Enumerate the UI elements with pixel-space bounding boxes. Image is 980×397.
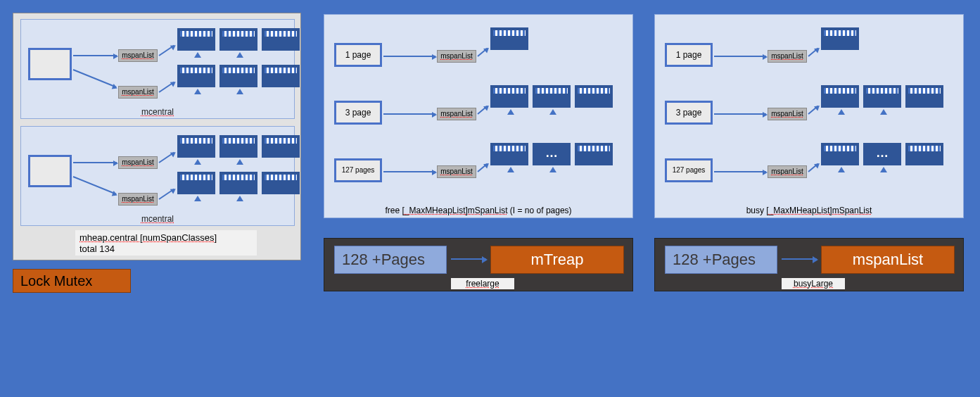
arrow-icon	[158, 152, 174, 163]
span-row	[177, 28, 300, 51]
mspan-block	[262, 65, 300, 87]
central-caption-line1: mheap.central [numSpanClasses]	[79, 232, 253, 244]
span-row	[177, 172, 300, 194]
mcentral-square	[28, 48, 72, 80]
ellipsis-block: …	[863, 143, 901, 165]
mspanlist-chip: mspanList	[437, 108, 476, 120]
freelarge-panel: 128 +Pages mTreap freelarge	[324, 238, 633, 291]
mspan-block	[490, 85, 528, 108]
mspan-block	[219, 172, 257, 194]
triangle-icon	[236, 52, 243, 58]
page-row-127: 127 pages mspanList …	[665, 143, 953, 192]
mspanlist-box: mspanList	[821, 246, 955, 274]
span-row	[177, 65, 300, 87]
arrow-icon	[477, 163, 488, 172]
arrow-icon	[73, 162, 117, 163]
page-count-box: 1 page	[334, 43, 382, 67]
mspanlist-chip: mspanList	[768, 108, 807, 120]
busy-spanlist-panel: 1 page mspanList 3 page mspanList 127 pa…	[654, 14, 964, 218]
free-spanlist-panel: 1 page mspanList 3 page mspanList 127 pa…	[324, 14, 633, 218]
arrow-icon	[73, 176, 117, 195]
mspan-block	[821, 85, 859, 108]
footer-prefix: busy [	[746, 206, 769, 215]
page-row-1: 1 page mspanList	[334, 27, 623, 77]
lock-mutex-badge: Lock Mutex	[13, 269, 131, 293]
arrow-icon	[808, 106, 818, 115]
page-count-box: 127 pages	[665, 158, 713, 182]
mtreap-box: mTreap	[490, 246, 624, 274]
span-row	[177, 135, 300, 158]
arrow-icon	[158, 82, 174, 93]
mspan-block	[177, 135, 215, 158]
mcentral-box-top: mspanList mspanList mcentral	[20, 19, 295, 119]
span-row	[490, 27, 528, 50]
triangle-icon	[194, 52, 201, 58]
mspan-block	[177, 172, 215, 194]
page-row-127: 127 pages mspanList …	[334, 143, 623, 192]
arrow-icon	[158, 45, 174, 56]
page-count-box: 3 page	[665, 101, 713, 125]
span-row	[821, 85, 943, 108]
central-caption-line2: total 134	[79, 244, 253, 255]
mspan-block	[177, 65, 215, 87]
footer-const: _MaxMHeapList	[769, 206, 830, 215]
mspan-block	[219, 28, 257, 51]
triangle-icon	[507, 167, 514, 172]
large-pages-box: 128 +Pages	[334, 246, 447, 274]
arrow-icon	[73, 55, 117, 56]
mcentral-box-bottom: mspanList mspanList mcentral	[20, 126, 295, 226]
mcentral-label: mcentral	[21, 107, 294, 117]
mspan-block	[262, 28, 300, 51]
triangle-icon	[236, 159, 243, 165]
triangle-icon	[236, 196, 243, 201]
large-pages-box: 128 +Pages	[665, 246, 777, 274]
mspan-block	[575, 85, 613, 108]
page-count-box: 3 page	[334, 101, 382, 125]
triangle-icon	[880, 109, 887, 115]
page-count-box: 127 pages	[334, 158, 382, 182]
mheap-central-panel: mspanList mspanList mcentral mspanList m…	[13, 13, 301, 260]
mspan-block	[177, 28, 215, 51]
triangle-icon	[549, 167, 556, 172]
arrow-icon	[383, 113, 435, 115]
footer-suffix: ]mSpanList	[465, 206, 507, 215]
mspan-block	[863, 85, 901, 108]
span-row	[490, 85, 613, 108]
arrow-icon	[477, 48, 488, 57]
triangle-icon	[236, 89, 243, 94]
page-row-1: 1 page mspanList	[665, 27, 953, 77]
mspan-block	[490, 143, 528, 165]
triangle-icon	[194, 196, 201, 201]
mspanlist-chip: mspanList	[768, 165, 807, 178]
triangle-icon	[838, 167, 845, 172]
arrow-icon	[714, 113, 766, 115]
footer-const: _MaxMHeapList	[405, 206, 466, 215]
mspan-block	[575, 143, 613, 165]
freelarge-label: freelarge	[451, 278, 514, 289]
mspan-block	[905, 143, 943, 165]
mspanlist-chip: mspanList	[118, 86, 158, 99]
mcentral-label: mcentral	[21, 214, 294, 224]
mspan-block	[533, 85, 571, 108]
mspan-block	[262, 135, 300, 158]
mspan-block	[262, 172, 300, 194]
triangle-icon	[838, 109, 845, 115]
triangle-icon	[194, 89, 201, 94]
arrow-icon	[782, 258, 817, 260]
mspanlist-chip: mspanList	[437, 50, 476, 63]
arrow-icon	[383, 171, 435, 172]
arrow-icon	[808, 48, 818, 57]
arrow-icon	[383, 56, 435, 57]
mspan-block	[821, 143, 859, 165]
mspanlist-chip: mspanList	[437, 165, 476, 178]
span-row: …	[821, 143, 943, 165]
span-row: …	[490, 143, 613, 165]
triangle-icon	[194, 159, 201, 165]
triangle-icon	[549, 109, 556, 115]
mspan-block	[905, 85, 943, 108]
busylarge-label: busyLarge	[782, 278, 845, 289]
mspanlist-chip: mspanList	[118, 49, 158, 62]
central-caption: mheap.central [numSpanClasses] total 134	[75, 230, 257, 256]
mspan-block	[490, 27, 528, 50]
busylarge-panel: 128 +Pages mspanList busyLarge	[654, 238, 964, 291]
